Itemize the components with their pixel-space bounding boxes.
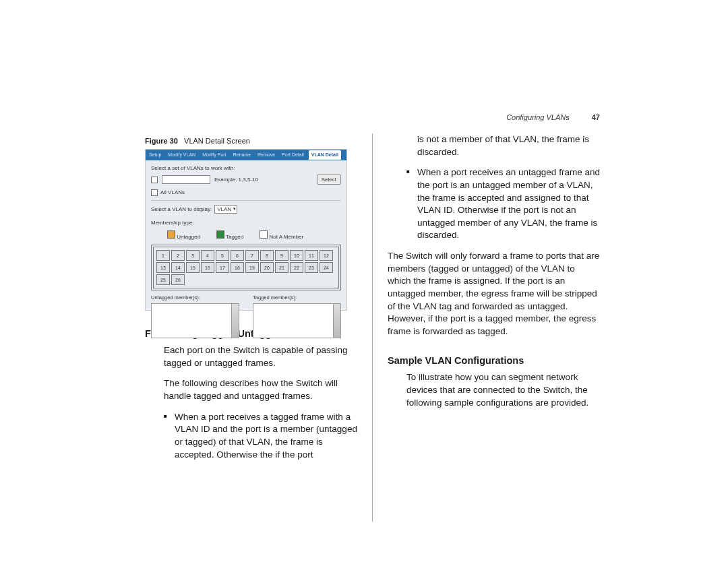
port-20: 20 xyxy=(260,262,274,273)
port-16: 16 xyxy=(201,262,214,273)
tab-rename: Rename xyxy=(231,152,253,158)
port-2: 2 xyxy=(171,250,185,261)
port-25: 25 xyxy=(156,274,170,285)
membership-legend: Untagged Tagged Not A Member xyxy=(167,230,341,241)
port-11: 11 xyxy=(305,250,318,261)
swatch-nonmember xyxy=(260,230,268,239)
port-17: 17 xyxy=(216,262,229,273)
para-illustrate: To illustrate how you can segment networ… xyxy=(406,371,600,409)
tab-modify-port: Modify Port xyxy=(200,152,228,158)
membership-label: Membership type: xyxy=(151,219,194,226)
tagged-members-listbox xyxy=(253,303,341,338)
untagged-members-label: Untagged member(s): xyxy=(151,294,239,301)
left-column: Figure 30 VLAN Detail Screen Setup Modif… xyxy=(145,133,372,522)
header-section: Configuring VLANs xyxy=(506,113,570,121)
port-13: 13 xyxy=(156,262,170,273)
port-4: 4 xyxy=(201,250,214,261)
port-22: 22 xyxy=(290,262,303,273)
port-10: 10 xyxy=(290,250,303,261)
port-21: 21 xyxy=(275,262,289,273)
bullet-untagged-frame: When a port receives an untagged frame a… xyxy=(406,166,600,242)
tagged-members-label: Tagged member(s): xyxy=(253,294,341,301)
figure-title: VLAN Detail Screen xyxy=(184,137,250,145)
port-grid: 1234567891011121314151617181920212223242… xyxy=(151,245,341,290)
port-15: 15 xyxy=(186,262,200,273)
port-26: 26 xyxy=(171,274,185,285)
screenshot-tabbar: Setup Modify VLAN Modify Port Rename Rem… xyxy=(146,150,346,160)
para-capable: Each port on the Switch is capable of pa… xyxy=(164,344,357,369)
port-9: 9 xyxy=(275,250,289,261)
display-label: Select a VLAN to display: xyxy=(151,206,212,213)
vlan-dropdown: VLAN▾ xyxy=(214,205,237,214)
port-1: 1 xyxy=(156,250,170,261)
port-19: 19 xyxy=(245,262,259,273)
port-18: 18 xyxy=(231,262,244,273)
port-24: 24 xyxy=(320,262,333,273)
all-vlans-label: All VLANs xyxy=(160,189,185,196)
port-23: 23 xyxy=(305,262,318,273)
para-forward: The Switch will only forward a frame to … xyxy=(388,250,600,338)
heading-sample: Sample VLAN Configurations xyxy=(388,354,600,367)
para-describes: The following describes how the Switch w… xyxy=(164,377,357,402)
tab-port-detail: Port Detail xyxy=(280,152,306,158)
swatch-tagged xyxy=(216,230,224,239)
tab-setup: Setup xyxy=(147,152,163,158)
right-column: is not a member of that VLAN, the frame … xyxy=(373,133,600,522)
running-header: Configuring VLANs 47 xyxy=(506,113,600,121)
untagged-members-listbox xyxy=(151,303,239,338)
swatch-untagged xyxy=(167,230,175,239)
radio-icon xyxy=(151,189,158,196)
example-text: Example: 1,3,5-10 xyxy=(214,176,258,183)
tab-modify-vlan: Modify VLAN xyxy=(166,152,198,158)
port-3: 3 xyxy=(186,250,200,261)
tab-vlan-detail: VLAN Detail xyxy=(309,150,341,160)
page-number: 47 xyxy=(592,113,600,121)
port-5: 5 xyxy=(216,250,229,261)
port-7: 7 xyxy=(245,250,259,261)
para-continuation: is not a member of that VLAN, the frame … xyxy=(417,133,600,158)
vlan-detail-screenshot: Setup Modify VLAN Modify Port Rename Rem… xyxy=(145,149,347,311)
figure-number: Figure 30 xyxy=(145,137,178,145)
figure-caption: Figure 30 VLAN Detail Screen xyxy=(145,136,357,146)
port-12: 12 xyxy=(320,250,333,261)
label-select-set: Select a set of VLANs to work with: xyxy=(151,164,341,172)
bullet-tagged-frame: When a port receives a tagged frame with… xyxy=(164,411,357,462)
select-button: Select xyxy=(317,175,341,185)
port-8: 8 xyxy=(260,250,274,261)
port-14: 14 xyxy=(171,262,185,273)
checkbox-icon xyxy=(151,177,158,183)
tab-remove: Remove xyxy=(255,152,277,158)
chevron-down-icon: ▾ xyxy=(233,206,236,212)
vlan-set-input xyxy=(162,175,210,184)
port-6: 6 xyxy=(231,250,244,261)
